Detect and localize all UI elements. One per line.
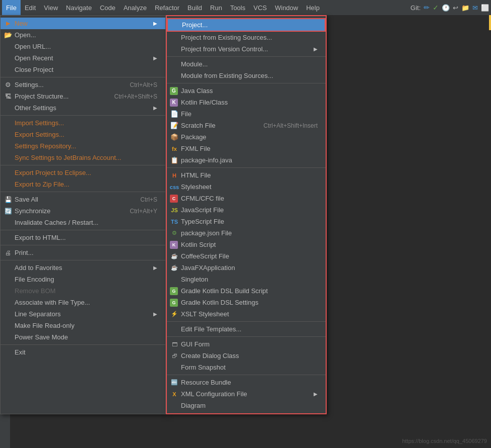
menu-item-gradle-build[interactable]: G Gradle Kotlin DSL Build Script: [167, 285, 326, 297]
menu-item-exit[interactable]: Exit: [1, 346, 165, 358]
menu-build[interactable]: Build: [183, 0, 206, 15]
file-menu: ▶ New ▶ 📂 Open... Open URL... Open Recen…: [0, 15, 166, 414]
git-mail-icon[interactable]: ✉: [472, 4, 478, 12]
menu-refactor[interactable]: Refactor: [151, 0, 183, 15]
menu-item-sync-settings[interactable]: Sync Settings to JetBrains Account...: [1, 152, 165, 163]
menu-item-xml-config[interactable]: X XML Configuration File ▶: [167, 388, 326, 400]
file-icon: 📄: [170, 110, 179, 118]
menu-item-gui-form[interactable]: 🗖 GUI Form: [167, 338, 326, 350]
cfml-icon: C: [170, 195, 179, 203]
menu-item-diagram[interactable]: Diagram: [167, 400, 326, 411]
new-sep-5: [167, 336, 326, 337]
menu-item-gradle-settings[interactable]: G Gradle Kotlin DSL Settings: [167, 297, 326, 308]
menu-item-javascript[interactable]: JS JavaScript File: [167, 204, 326, 216]
menu-item-other-settings[interactable]: Other Settings ▶: [1, 102, 165, 114]
menu-item-module-from-existing[interactable]: Module from Existing Sources...: [167, 70, 326, 81]
menu-item-java-class[interactable]: G Java Class: [167, 85, 326, 97]
gui-form-icon: 🗖: [170, 341, 179, 347]
coffee-icon: ☕: [170, 253, 179, 259]
menu-view[interactable]: View: [40, 0, 62, 15]
menu-item-new[interactable]: ▶ New ▶: [1, 18, 165, 29]
menu-item-project-structure[interactable]: 🏗 Project Structure... Ctrl+Alt+Shift+S: [1, 91, 165, 102]
new-sep-2: [167, 83, 326, 83]
menu-item-create-dialog[interactable]: 🗗 Create Dialog Class: [167, 350, 326, 362]
git-revert-icon[interactable]: ↩: [453, 4, 458, 12]
git-check-icon[interactable]: ✓: [433, 4, 439, 12]
menu-item-project-from-existing[interactable]: Project from Existing Sources...: [167, 32, 326, 43]
menu-item-make-read-only[interactable]: Make File Read-only: [1, 320, 165, 331]
menu-help[interactable]: Help: [302, 0, 324, 15]
menu-item-print[interactable]: 🖨 Print...: [1, 247, 165, 258]
menu-item-form-snapshot[interactable]: Form Snapshot: [167, 362, 326, 373]
menu-item-html[interactable]: H HTML File: [167, 169, 326, 181]
menu-item-cfml[interactable]: C CFML/CFC file: [167, 193, 326, 204]
menu-item-close-project[interactable]: Close Project: [1, 64, 165, 75]
menu-window[interactable]: Window: [271, 0, 302, 15]
menu-item-open-url[interactable]: Open URL...: [1, 41, 165, 52]
menu-item-save-all[interactable]: 💾 Save All Ctrl+S: [1, 194, 165, 205]
git-edit-icon[interactable]: ✏: [424, 4, 430, 12]
menu-item-project-from-vcs[interactable]: Project from Version Control... ▶: [167, 43, 326, 55]
menu-analyze[interactable]: Analyze: [120, 0, 151, 15]
menu-item-edit-templates[interactable]: Edit File Templates...: [167, 323, 326, 335]
menu-item-import-settings[interactable]: Import Settings...: [1, 117, 165, 129]
menu-item-package-info[interactable]: 📋 package-info.java: [167, 154, 326, 166]
menu-item-synchronize[interactable]: 🔄 Synchronize Ctrl+Alt+Y: [1, 205, 165, 217]
resource-bundle-icon: 🔤: [170, 379, 179, 386]
menu-item-export-settings[interactable]: Export Settings...: [1, 129, 165, 140]
menu-item-module[interactable]: Module...: [167, 58, 326, 70]
new-icon: ▶: [4, 20, 13, 27]
menu-item-fxml[interactable]: fx FXML File: [167, 143, 326, 154]
menu-item-power-save[interactable]: Power Save Mode: [1, 331, 165, 343]
menu-item-open-recent[interactable]: Open Recent ▶: [1, 52, 165, 64]
git-history-icon[interactable]: 🕐: [442, 4, 450, 12]
menu-item-settings[interactable]: ⚙ Settings... Ctrl+Alt+S: [1, 79, 165, 91]
kotlin-script-icon: K: [170, 241, 179, 249]
menu-item-file-encoding[interactable]: File Encoding: [1, 274, 165, 285]
menu-item-resource-bundle[interactable]: 🔤 Resource Bundle: [167, 377, 326, 388]
git-square-icon[interactable]: ⬜: [481, 4, 489, 12]
menu-item-export-html[interactable]: Export to HTML...: [1, 232, 165, 243]
menu-item-package-json[interactable]: ⚙ package.json File: [167, 227, 326, 239]
menu-item-export-zip[interactable]: Export to Zip File...: [1, 178, 165, 190]
menu-item-singleton[interactable]: Singleton: [167, 274, 326, 285]
separator-8: [1, 344, 165, 345]
watermark: https://blog.csdn.net/qq_45069279: [402, 438, 487, 444]
java-class-icon: G: [170, 87, 179, 95]
menu-item-kotlin-script[interactable]: K Kotlin Script: [167, 239, 326, 250]
menu-item-export-eclipse[interactable]: Export Project to Eclipse...: [1, 167, 165, 178]
separator-7: [1, 260, 165, 260]
menu-file[interactable]: File: [2, 0, 21, 15]
menu-item-scratch-file[interactable]: 📝 Scratch File Ctrl+Alt+Shift+Insert: [167, 120, 326, 131]
menu-item-file[interactable]: 📄 File: [167, 108, 326, 120]
menu-item-coffeescript[interactable]: ☕ CoffeeScript File: [167, 250, 326, 262]
menu-vcs[interactable]: VCS: [249, 0, 271, 15]
menu-code[interactable]: Code: [96, 0, 120, 15]
sync-icon: 🔄: [4, 208, 13, 215]
print-icon: 🖨: [4, 249, 13, 256]
menu-edit[interactable]: Edit: [21, 0, 40, 15]
menu-navigate[interactable]: Navigate: [62, 0, 95, 15]
git-toolbar: Git: ✏ ✓ 🕐 ↩ 📁 ✉ ⬜: [411, 4, 489, 12]
menu-item-open[interactable]: 📂 Open...: [1, 29, 165, 41]
menu-tools[interactable]: Tools: [226, 0, 249, 15]
menu-item-stylesheet[interactable]: css Stylesheet: [167, 181, 326, 193]
menu-item-typescript[interactable]: TS TypeScript File: [167, 216, 326, 227]
package-icon: 📦: [170, 133, 179, 141]
separator-5: [1, 230, 165, 230]
menu-item-package[interactable]: 📦 Package: [167, 131, 326, 143]
line-sep-arrow-icon: ▶: [153, 311, 157, 317]
menu-item-associate-file-type[interactable]: Associate with File Type...: [1, 297, 165, 308]
menu-item-settings-repo[interactable]: Settings Repository...: [1, 140, 165, 152]
menu-item-project[interactable]: Project...: [167, 18, 326, 32]
menu-item-line-separators[interactable]: Line Separators ▶: [1, 308, 165, 320]
new-arrow-icon: ▶: [153, 21, 157, 26]
menu-item-add-favorites[interactable]: Add to Favorites ▶: [1, 262, 165, 274]
stylesheet-icon: css: [170, 184, 179, 190]
menu-item-xslt[interactable]: ⚡ XSLT Stylesheet: [167, 308, 326, 320]
menu-run[interactable]: Run: [206, 0, 226, 15]
menu-item-invalidate-caches[interactable]: Invalidate Caches / Restart...: [1, 217, 165, 228]
menu-item-kotlin-class[interactable]: K Kotlin File/Class: [167, 97, 326, 108]
menu-item-javafx[interactable]: ☕ JavaFXApplication: [167, 262, 326, 274]
git-folder-icon[interactable]: 📁: [461, 4, 469, 12]
